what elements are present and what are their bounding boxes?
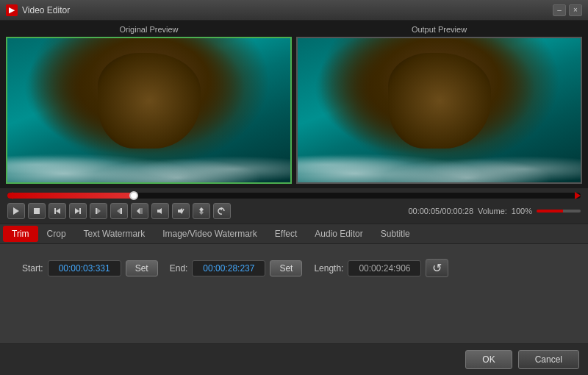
svg-rect-5: [79, 208, 81, 214]
tab-crop[interactable]: Crop: [38, 226, 75, 242]
length-label: Length:: [314, 263, 343, 274]
end-label: End:: [170, 263, 188, 274]
current-time-display: 00:00:05/00:00:28: [408, 207, 473, 215]
original-preview-panel: Original Preview: [6, 25, 292, 184]
trim-content: Start: Set End: Set Length: ↺: [0, 244, 588, 343]
play-button[interactable]: [7, 203, 25, 219]
svg-rect-8: [121, 208, 122, 214]
minimize-button[interactable]: –: [553, 4, 566, 16]
svg-rect-11: [140, 208, 143, 214]
svg-marker-0: [13, 207, 19, 215]
tab-trim[interactable]: Trim: [3, 226, 38, 242]
tab-subtitle[interactable]: Subtitle: [372, 226, 419, 242]
volume-label: Volume:: [478, 207, 507, 215]
scrubber-track[interactable]: [7, 193, 581, 199]
length-group: Length: ↺: [314, 259, 448, 277]
svg-marker-9: [117, 208, 121, 214]
start-input[interactable]: [48, 260, 121, 276]
output-video: [296, 37, 582, 184]
svg-marker-4: [75, 208, 79, 214]
svg-marker-7: [97, 208, 101, 214]
mark-end-button[interactable]: [110, 203, 128, 219]
scrubber-thumb[interactable]: [129, 191, 138, 200]
ok-button[interactable]: OK: [465, 350, 512, 369]
prev-frame-button[interactable]: [49, 203, 66, 219]
volume-value: 100%: [512, 207, 532, 215]
mark-start-button[interactable]: [90, 203, 107, 219]
end-input[interactable]: [192, 260, 265, 276]
svg-rect-3: [54, 208, 56, 214]
preview-area: Original Preview Output Preview: [0, 21, 588, 188]
svg-rect-6: [96, 208, 97, 214]
tab-effect[interactable]: Effect: [266, 226, 306, 242]
close-button[interactable]: ×: [569, 4, 582, 16]
original-preview-label: Original Preview: [6, 25, 292, 34]
end-marker: [575, 192, 581, 199]
end-set-button[interactable]: Set: [270, 260, 302, 276]
timeline-area: 00:00:05/00:00:28 Volume: 100%: [0, 188, 588, 224]
output-preview-panel: Output Preview: [296, 25, 582, 184]
svg-marker-12: [157, 208, 162, 214]
output-preview-label: Output Preview: [296, 25, 582, 34]
end-group: End: Set: [170, 260, 303, 276]
tab-text-watermark[interactable]: Text Watermark: [75, 226, 154, 242]
start-label: Start:: [22, 263, 43, 274]
window-title: Video Editor: [22, 5, 553, 15]
length-input: [348, 260, 421, 276]
reset-button[interactable]: ↺: [426, 259, 448, 277]
next-frame-button[interactable]: [69, 203, 87, 219]
titlebar: ▶ Video Editor – ×: [0, 0, 588, 21]
controls-row: 00:00:05/00:00:28 Volume: 100%: [7, 203, 581, 219]
trim-start-button[interactable]: [131, 203, 148, 219]
window-controls: – ×: [553, 4, 582, 16]
svg-marker-16: [199, 210, 204, 215]
volume-down-button[interactable]: [151, 203, 169, 219]
svg-rect-1: [34, 208, 40, 214]
trim-row: Start: Set End: Set Length: ↺: [22, 259, 566, 277]
footer: OK Cancel: [0, 343, 588, 375]
mute-button[interactable]: [172, 203, 190, 219]
tabs-row: Trim Crop Text Watermark Image/Video Wat…: [0, 224, 588, 244]
tab-image-video-watermark[interactable]: Image/Video Watermark: [154, 226, 266, 242]
scrubber-progress: [7, 193, 134, 199]
cancel-button[interactable]: Cancel: [518, 350, 579, 369]
svg-marker-10: [137, 208, 140, 214]
app-icon: ▶: [6, 4, 18, 16]
playback-buttons: [7, 203, 231, 219]
tab-audio-editor[interactable]: Audio Editor: [306, 226, 371, 242]
svg-marker-2: [56, 208, 60, 214]
original-video: [6, 37, 292, 184]
start-group: Start: Set: [22, 260, 158, 276]
undo-button[interactable]: [213, 203, 231, 219]
time-volume-display: 00:00:05/00:00:28 Volume: 100%: [408, 207, 581, 215]
volume-slider[interactable]: [537, 210, 581, 213]
audio-effect-button[interactable]: [193, 203, 210, 219]
stop-button[interactable]: [28, 203, 46, 219]
start-set-button[interactable]: Set: [126, 260, 158, 276]
